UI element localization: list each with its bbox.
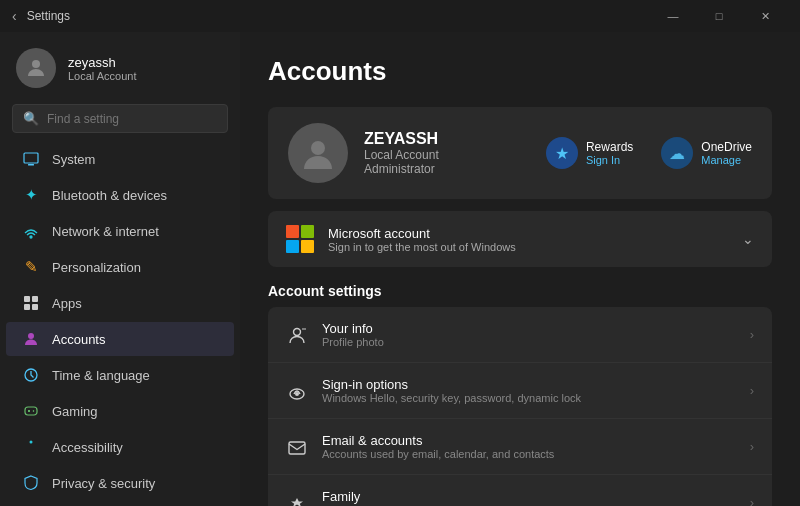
sidebar-item-label: Accessibility [52, 440, 123, 455]
sidebar-item-privacy[interactable]: Privacy & security [6, 466, 234, 500]
ms-account-subtitle: Sign in to get the most out of Windows [328, 241, 728, 253]
apps-icon [22, 294, 40, 312]
family-title: Family [322, 489, 736, 504]
app-container: zeyassh Local Account 🔍 System ✦ Bluetoo… [0, 32, 800, 506]
ms-account-text: Microsoft account Sign in to get the mos… [328, 226, 728, 253]
sidebar-profile: zeyassh Local Account [0, 32, 240, 100]
profile-role: Administrator [364, 162, 530, 176]
email-sub: Accounts used by email, calendar, and co… [322, 448, 736, 460]
ms-account-chevron: ⌄ [742, 231, 754, 247]
signin-sub: Windows Hello, security key, password, d… [322, 392, 736, 404]
rewards-icon: ★ [546, 137, 578, 169]
rewards-label: Rewards [586, 140, 633, 154]
your-info-sub: Profile photo [322, 336, 736, 348]
ms-account-banner[interactable]: Microsoft account Sign in to get the mos… [268, 211, 772, 267]
titlebar: ‹ Settings — □ ✕ [0, 0, 800, 32]
accessibility-icon [22, 438, 40, 456]
email-icon [286, 437, 308, 457]
avatar [16, 48, 56, 88]
onedrive-sub: Manage [701, 154, 752, 166]
svg-rect-5 [32, 296, 38, 302]
settings-item-your-info[interactable]: Your info Profile photo › [268, 307, 772, 363]
your-info-chevron: › [750, 327, 754, 342]
personalization-icon: ✎ [22, 258, 40, 276]
account-settings-title: Account settings [268, 283, 772, 299]
your-info-icon [286, 325, 308, 345]
gaming-icon [22, 402, 40, 420]
back-button[interactable]: ‹ [12, 8, 17, 24]
sidebar-item-label: Network & internet [52, 224, 159, 239]
minimize-button[interactable]: — [650, 0, 696, 32]
sidebar-item-label: Apps [52, 296, 82, 311]
profile-name: ZEYASSH [364, 130, 530, 148]
settings-item-signin[interactable]: Sign-in options Windows Hello, security … [268, 363, 772, 419]
svg-rect-10 [25, 407, 37, 415]
ms-account-title: Microsoft account [328, 226, 728, 241]
main-content: Accounts ZEYASSH Local Account Administr… [240, 32, 800, 506]
sidebar-item-label: System [52, 152, 95, 167]
close-button[interactable]: ✕ [742, 0, 788, 32]
profile-avatar [288, 123, 348, 183]
profile-card: ZEYASSH Local Account Administrator ★ Re… [268, 107, 772, 199]
sidebar-item-time[interactable]: Time & language [6, 358, 234, 392]
rewards-action[interactable]: ★ Rewards Sign In [546, 137, 633, 169]
search-icon: 🔍 [23, 111, 39, 126]
svg-point-0 [32, 60, 40, 68]
privacy-icon [22, 474, 40, 492]
family-icon [286, 493, 308, 507]
sidebar-item-label: Gaming [52, 404, 98, 419]
bluetooth-icon: ✦ [22, 186, 40, 204]
your-info-text: Your info Profile photo [322, 321, 736, 348]
search-input[interactable] [47, 112, 217, 126]
sidebar-username: zeyassh [68, 55, 137, 70]
sidebar-item-apps[interactable]: Apps [6, 286, 234, 320]
onedrive-text: OneDrive Manage [701, 140, 752, 166]
accounts-icon [22, 330, 40, 348]
rewards-text: Rewards Sign In [586, 140, 633, 166]
svg-point-3 [30, 236, 32, 238]
maximize-button[interactable]: □ [696, 0, 742, 32]
profile-info: ZEYASSH Local Account Administrator [364, 130, 530, 176]
svg-point-8 [28, 333, 34, 339]
page-title: Accounts [268, 56, 772, 87]
signin-chevron: › [750, 383, 754, 398]
system-icon [22, 150, 40, 168]
profile-actions: ★ Rewards Sign In ☁ OneDrive Manage [546, 137, 752, 169]
sidebar-item-gaming[interactable]: Gaming [6, 394, 234, 428]
sidebar: zeyassh Local Account 🔍 System ✦ Bluetoo… [0, 32, 240, 506]
settings-group: Your info Profile photo › Sign-in option… [268, 307, 772, 506]
sidebar-item-label: Bluetooth & devices [52, 188, 167, 203]
sidebar-item-accounts[interactable]: Accounts [6, 322, 234, 356]
onedrive-icon: ☁ [661, 137, 693, 169]
email-text: Email & accounts Accounts used by email,… [322, 433, 736, 460]
sidebar-account-type: Local Account [68, 70, 137, 82]
sidebar-item-label: Time & language [52, 368, 150, 383]
sidebar-item-network[interactable]: Network & internet [6, 214, 234, 248]
user-info: zeyassh Local Account [68, 55, 137, 82]
sidebar-item-update[interactable]: Windows Update [6, 502, 234, 506]
signin-icon [286, 381, 308, 401]
svg-point-12 [311, 141, 325, 155]
your-info-title: Your info [322, 321, 736, 336]
onedrive-action[interactable]: ☁ OneDrive Manage [661, 137, 752, 169]
svg-rect-4 [24, 296, 30, 302]
sidebar-item-personalization[interactable]: ✎ Personalization [6, 250, 234, 284]
sidebar-item-bluetooth[interactable]: ✦ Bluetooth & devices [6, 178, 234, 212]
sidebar-item-accessibility[interactable]: Accessibility [6, 430, 234, 464]
svg-rect-2 [28, 164, 34, 166]
settings-item-family[interactable]: Family Manage your family group, edit ac… [268, 475, 772, 506]
settings-item-email[interactable]: Email & accounts Accounts used by email,… [268, 419, 772, 475]
svg-rect-7 [32, 304, 38, 310]
svg-rect-17 [289, 442, 305, 454]
family-text: Family Manage your family group, edit ac… [322, 489, 736, 506]
window-controls: — □ ✕ [650, 0, 788, 32]
svg-point-16 [295, 392, 299, 396]
rewards-sub: Sign In [586, 154, 633, 166]
signin-title: Sign-in options [322, 377, 736, 392]
network-icon [22, 222, 40, 240]
sidebar-item-label: Accounts [52, 332, 105, 347]
profile-account-type: Local Account [364, 148, 530, 162]
sidebar-item-system[interactable]: System [6, 142, 234, 176]
search-box[interactable]: 🔍 [12, 104, 228, 133]
sidebar-item-label: Privacy & security [52, 476, 155, 491]
